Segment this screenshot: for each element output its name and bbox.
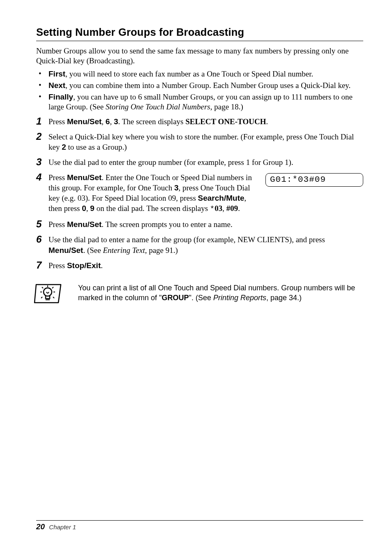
key-3: 3 [114, 117, 118, 126]
bullet-rest: , you can combine them into a Number Gro… [65, 81, 350, 90]
code-03: 03 [214, 204, 222, 213]
step-text: Use the dial pad to enter the group numb… [48, 158, 293, 167]
svg-line-3 [42, 287, 43, 288]
key-3: 3 [174, 183, 179, 192]
step-2: 2 Select a Quick-Dial key where you wish… [36, 132, 363, 152]
note-group-label: GROUP [161, 294, 189, 302]
bullet-lead: First [48, 70, 65, 78]
step-7: 7 Press Stop/Exit. [36, 260, 363, 271]
bullet-item: First, you will need to store each fax n… [36, 69, 363, 79]
page-number: 20 [36, 522, 45, 531]
svg-line-8 [53, 297, 54, 298]
code-09: #09 [226, 204, 238, 213]
step-text: Press Menu/Set. Enter the One Touch or S… [48, 172, 265, 214]
key-menu-set: Menu/Set [48, 246, 83, 255]
step-3: 3 Use the dial pad to enter the group nu… [36, 157, 363, 167]
svg-point-0 [44, 288, 52, 296]
svg-line-7 [41, 297, 42, 298]
bullet-item: Finally, you can have up to 6 small Numb… [36, 92, 363, 112]
step-text: Press [48, 220, 67, 229]
step-number: 6 [36, 233, 42, 246]
key-menu-set: Menu/Set [67, 220, 101, 229]
chapter-label: Chapter 1 [49, 524, 76, 531]
page: Setting Number Groups for Broadcasting N… [0, 0, 392, 556]
bullet-lead: Next [48, 81, 65, 90]
note-text: You can print a list of all One Touch an… [78, 282, 363, 303]
bullet-rest: , you will need to store each fax number… [65, 70, 313, 78]
key-9: 9 [90, 204, 95, 213]
star-symbol: * [210, 204, 214, 213]
step-6: 6 Use the dial pad to enter a name for t… [36, 234, 363, 255]
step-1: 1 Press Menu/Set, 6, 3. The screen displ… [36, 116, 363, 127]
step-number: 2 [36, 130, 42, 143]
step-number: 5 [36, 218, 42, 231]
lcd-display: G01:*03#09 [265, 173, 363, 187]
svg-line-4 [52, 287, 53, 288]
bullet-item: Next, you can combine them into a Number… [36, 81, 363, 90]
step-4: 4 Press Menu/Set. Enter the One Touch or… [36, 172, 363, 214]
bullet-lead: Finally [48, 93, 73, 101]
key-search-mute: Search/Mute [198, 194, 244, 202]
bullet-rest: , page 18.) [210, 102, 243, 111]
ref-printing-reports: Printing Reports [213, 294, 266, 302]
bullet-list: First, you will need to store each fax n… [36, 69, 363, 112]
lightbulb-icon [34, 282, 63, 307]
key-2: 2 [62, 143, 66, 151]
key-menu-set: Menu/Set [67, 173, 101, 182]
step-number: 4 [36, 171, 42, 184]
step-number: 3 [36, 155, 42, 169]
bullet-ref: Storing One Touch Dial Numbers [106, 102, 210, 111]
section-heading: Setting Number Groups for Broadcasting [36, 26, 363, 38]
key-6: 6 [106, 117, 110, 126]
key-0: 0 [82, 204, 86, 213]
key-menu-set: Menu/Set [67, 117, 101, 126]
step-number: 1 [36, 115, 42, 128]
intro-paragraph: Number Groups allow you to send the same… [36, 46, 363, 66]
step-text: Press [48, 117, 67, 126]
ref-entering-text: Entering Text [103, 246, 145, 255]
screen-text: SELECT ONE-TOUCH [185, 117, 266, 126]
note: You can print a list of all One Touch an… [36, 282, 363, 307]
heading-rule [36, 41, 363, 41]
key-stop-exit: Stop/Exit [67, 261, 101, 270]
step-text: Press [48, 261, 67, 270]
step-5: 5 Press Menu/Set. The screen prompts you… [36, 219, 363, 229]
step-number: 7 [36, 259, 42, 272]
step-text: Use the dial pad to enter a name for the… [48, 235, 325, 244]
page-footer: 20 Chapter 1 [36, 520, 363, 531]
step-list: 1 Press Menu/Set, 6, 3. The screen displ… [36, 116, 363, 271]
